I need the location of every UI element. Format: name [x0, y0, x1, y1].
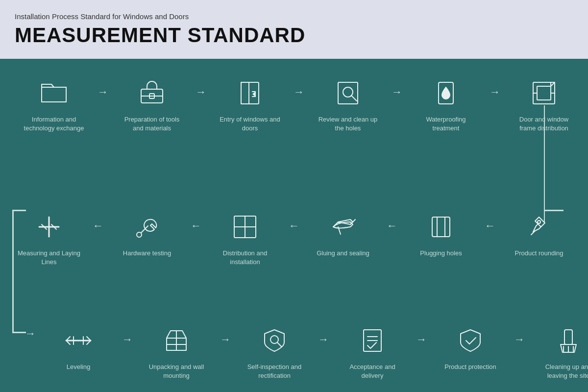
arrow-r3-2: → — [216, 323, 235, 346]
step-acceptance: Acceptance and delivery — [333, 323, 412, 380]
folder-icon — [37, 76, 71, 110]
doc-check-icon — [355, 323, 390, 358]
step-rounding: Product rounding — [500, 210, 578, 258]
wrench-icon — [130, 210, 164, 244]
step-waterproofing: Waterproofing treatment — [407, 76, 485, 133]
magnify-icon — [331, 76, 365, 110]
row2: Product rounding ← Plugging holes ← — [24, 210, 578, 267]
header: Installation Process Standard for Window… — [0, 0, 588, 59]
row3-start-arrow: → — [25, 327, 36, 340]
step-dist-install: Distribution and installation — [206, 210, 284, 267]
shield-check-icon — [453, 323, 488, 358]
arrow-r2-1: ← — [480, 210, 500, 232]
step-entry-windows: Entry of windows and doors — [211, 76, 289, 133]
header-title: MEASUREMENT STANDARD — [15, 24, 573, 47]
pushpin-icon — [522, 210, 556, 244]
step-protection: Product protection — [431, 323, 510, 371]
step-prep-tools-label: Preparation of tools and materials — [120, 115, 184, 133]
step-gluing-label: Gluing and sealing — [311, 249, 375, 258]
door-entry-icon — [233, 76, 267, 110]
step-leveling: Leveling — [39, 323, 118, 371]
search-shield-icon — [257, 323, 292, 358]
step-measuring: Measuring and Laying Lines — [10, 210, 88, 267]
svg-rect-3 — [241, 82, 259, 104]
step-hardware: Hardware testing — [108, 210, 186, 258]
water-icon — [429, 76, 463, 110]
svg-rect-18 — [432, 217, 450, 237]
page-wrapper: Installation Process Standard for Window… — [0, 0, 588, 392]
main-content: Information and technology exchange → Pr… — [0, 59, 588, 392]
step-plugging: Plugging holes — [402, 210, 480, 258]
svg-line-10 — [351, 96, 357, 101]
step-info-exchange: Information and technology exchange — [15, 76, 93, 133]
arrow-3: → — [289, 76, 309, 98]
step-info-exchange-label: Information and technology exchange — [22, 115, 86, 133]
arrow-r2-5: ← — [88, 210, 108, 232]
arrow-1: → — [93, 76, 113, 98]
step-gluing: Gluing and sealing — [304, 210, 382, 258]
step-rounding-label: Product rounding — [507, 249, 571, 258]
connector-r1-r2-h — [544, 210, 564, 211]
grid-window-icon — [228, 210, 262, 244]
step-hardware-label: Hardware testing — [115, 249, 179, 258]
step-dist-install-label: Distribution and installation — [213, 249, 277, 267]
bracket-vertical — [12, 210, 14, 333]
svg-point-17 — [538, 220, 540, 223]
step-protection-label: Product protection — [439, 363, 502, 371]
level-icon — [61, 323, 96, 358]
box-open-icon — [159, 323, 194, 358]
caulk-gun-icon — [326, 210, 360, 244]
svg-line-37 — [277, 343, 281, 346]
step-entry-windows-label: Entry of windows and doors — [218, 115, 282, 133]
step-measuring-label: Measuring and Laying Lines — [17, 249, 81, 267]
header-subtitle: Installation Process Standard for Window… — [15, 12, 573, 21]
step-prep-tools: Preparation of tools and materials — [113, 76, 191, 133]
arrow-r3-1: → — [118, 323, 137, 346]
step-self-inspect-label: Self-inspection and rectification — [243, 363, 306, 380]
arrow-r2-3: ← — [284, 210, 304, 232]
step-leveling-label: Leveling — [47, 363, 110, 371]
ruler-cross-icon — [32, 210, 66, 244]
bracket-top — [12, 210, 26, 211]
arrow-r3-5: → — [510, 323, 529, 346]
toolbox-icon — [135, 76, 169, 110]
arrow-2: → — [191, 76, 211, 98]
arrow-r3-4: → — [412, 323, 431, 346]
step-cleanup-label: Cleaning up and leaving the site — [537, 363, 588, 380]
arrow-4: → — [387, 76, 407, 98]
row1: Information and technology exchange → Pr… — [15, 76, 578, 133]
step-acceptance-label: Acceptance and delivery — [341, 363, 404, 380]
step-self-inspect: Self-inspection and rectification — [235, 323, 314, 380]
step-review-holes-label: Review and clean up the holes — [316, 115, 380, 133]
row3: Leveling → Unpacking and wall mounting → — [39, 323, 578, 380]
plug-hole-icon — [424, 210, 458, 244]
svg-rect-41 — [564, 330, 572, 344]
arrow-r2-4: ← — [186, 210, 206, 232]
step-waterproofing-label: Waterproofing treatment — [414, 115, 478, 133]
svg-point-25 — [137, 232, 142, 237]
step-unpacking-label: Unpacking and wall mounting — [145, 363, 208, 380]
connector-right-vertical — [544, 105, 545, 223]
step-review-holes: Review and clean up the holes — [309, 76, 387, 133]
step-unpacking: Unpacking and wall mounting — [137, 323, 216, 380]
step-plugging-label: Plugging holes — [409, 249, 473, 258]
svg-rect-8 — [338, 82, 358, 104]
svg-rect-13 — [537, 86, 551, 100]
broom-icon — [551, 323, 586, 358]
arrow-r2-2: ← — [382, 210, 402, 232]
bracket-bottom — [12, 332, 26, 333]
step-cleanup: Cleaning up and leaving the site — [529, 323, 588, 380]
arrow-r3-3: → — [314, 323, 333, 346]
arrow-5: → — [485, 76, 505, 98]
